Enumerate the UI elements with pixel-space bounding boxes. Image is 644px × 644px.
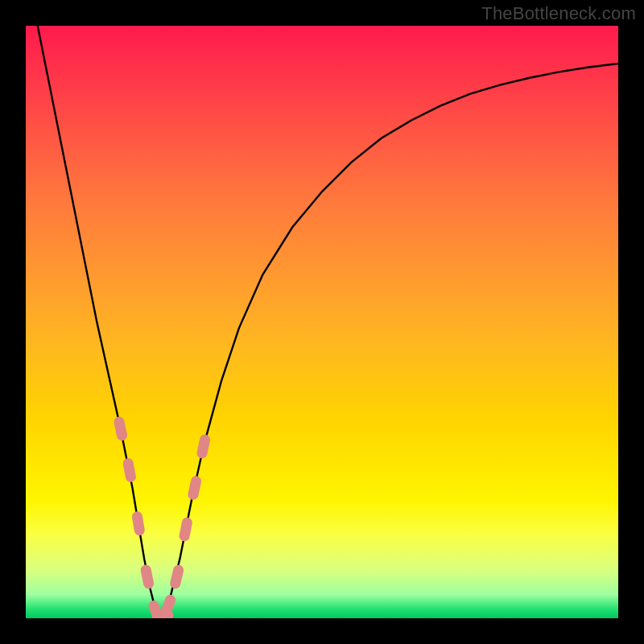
curve-marker (169, 564, 184, 589)
curve-marker (140, 564, 155, 589)
curve-marker (178, 517, 193, 543)
curve-marker (131, 510, 146, 536)
bottleneck-curve (38, 26, 618, 618)
curve-marker (159, 593, 176, 618)
curve-marker (187, 475, 202, 501)
chart-frame: TheBottleneck.com (0, 0, 644, 644)
plot-area (26, 26, 618, 618)
curve-marker (196, 434, 211, 460)
watermark-text: TheBottleneck.com (481, 3, 636, 24)
chart-svg (26, 26, 618, 618)
curve-marker (122, 457, 137, 483)
curve-markers (113, 415, 211, 618)
curve-marker (113, 415, 128, 441)
